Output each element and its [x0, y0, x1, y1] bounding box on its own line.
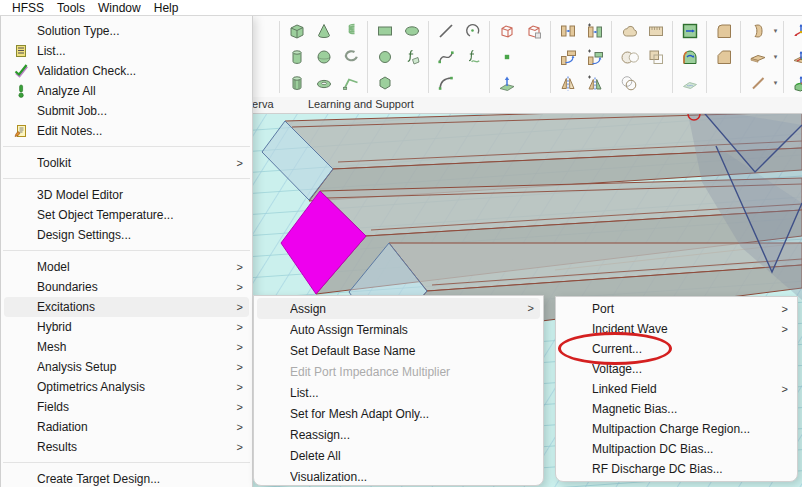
sweep-line-dropdown[interactable] — [771, 70, 780, 96]
split-button[interactable] — [642, 18, 669, 44]
duplicate-mirror-button[interactable] — [581, 70, 608, 96]
move-icon — [558, 21, 578, 41]
torus-button[interactable] — [310, 70, 337, 96]
imprint-button[interactable] — [615, 70, 642, 96]
rectangle-button[interactable] — [371, 18, 398, 44]
menu-item-edit-notes[interactable]: Edit Notes... — [4, 121, 249, 141]
arc-center-button[interactable] — [459, 18, 486, 44]
wrap-sheet-dropdown[interactable] — [771, 18, 780, 44]
menu-item-auto-assign-terminals[interactable]: Auto Assign Terminals — [257, 319, 540, 340]
box-button[interactable] — [283, 18, 310, 44]
sweep-line-button[interactable] — [744, 70, 771, 96]
sweep-path-button[interactable] — [676, 70, 703, 96]
fillet-button[interactable] — [710, 18, 737, 44]
menu-item-visualization[interactable]: Visualization... — [257, 466, 540, 487]
duplicate-along-line-button[interactable] — [581, 18, 608, 44]
menu-item-multipaction-dc-bias[interactable]: Multipaction DC Bias... — [559, 439, 794, 459]
ellipse-button[interactable] — [398, 18, 425, 44]
menu-hfss[interactable]: HFSS — [7, 1, 49, 15]
menu-item-set-default-base-name[interactable]: Set Default Base Name — [257, 340, 540, 361]
sphere-button[interactable] — [310, 44, 337, 70]
regular-polyhedron-button[interactable] — [283, 70, 310, 96]
intersect-button[interactable] — [642, 44, 669, 70]
menu-item-current[interactable]: Current... — [559, 339, 794, 359]
menu-item-3d-model-editor[interactable]: 3D Model Editor — [4, 185, 249, 205]
menu-item-delete-all[interactable]: Delete All — [257, 445, 540, 466]
menu-item-design-settings[interactable]: Design Settings... — [4, 225, 249, 245]
menu-item-analyze-all[interactable]: Analyze All — [4, 81, 249, 101]
bondwire-button[interactable] — [337, 70, 364, 96]
point-button[interactable] — [493, 44, 520, 70]
menu-item-boundaries[interactable]: Boundaries — [4, 277, 249, 297]
menu-item-fields[interactable]: Fields — [4, 397, 249, 417]
menu-tools[interactable]: Tools — [52, 1, 90, 15]
sweep-vector-button[interactable] — [676, 18, 703, 44]
menu-item-assign[interactable]: Assign — [257, 298, 540, 319]
duplicate-around-axis-button[interactable] — [581, 44, 608, 70]
equation-surface-button[interactable] — [398, 44, 425, 70]
face-cs-button[interactable] — [787, 44, 802, 70]
menu-item-rf-discharge-dc-bias[interactable]: RF Discharge DC Bias... — [559, 459, 794, 479]
ellipse-icon — [402, 21, 422, 41]
line-button[interactable] — [432, 18, 459, 44]
submenu-arrow-icon — [237, 282, 243, 293]
menu-item-model[interactable]: Model — [4, 257, 249, 277]
menu-item-validation-check[interactable]: Validation Check... — [4, 61, 249, 81]
subtract-button[interactable] — [615, 44, 642, 70]
menu-item-create-target-design[interactable]: Create Target Design... — [4, 469, 249, 487]
rotate-button[interactable] — [554, 44, 581, 70]
ribbon-tab-learning-and-support[interactable]: Learning and Support — [308, 97, 414, 112]
menu-item-mesh[interactable]: Mesh — [4, 337, 249, 357]
region-offset-button[interactable] — [520, 18, 547, 44]
plane-icon — [497, 73, 517, 93]
menu-item-reassign[interactable]: Reassign... — [257, 424, 540, 445]
wrap-sheet-button[interactable] — [744, 18, 771, 44]
cone-button[interactable] — [310, 18, 337, 44]
submenu-arrow-icon — [528, 303, 534, 314]
circle-button[interactable] — [371, 44, 398, 70]
menu-help[interactable]: Help — [149, 1, 184, 15]
menu-item-voltage[interactable]: Voltage... — [559, 359, 794, 379]
menu-item-multipaction-charge-region[interactable]: Multipaction Charge Region... — [559, 419, 794, 439]
move-button[interactable] — [554, 18, 581, 44]
menu-item-incident-wave[interactable]: Incident Wave — [559, 319, 794, 339]
cylinder-button[interactable] — [283, 44, 310, 70]
object-cs-button[interactable] — [787, 70, 802, 96]
unite-button[interactable] — [615, 18, 642, 44]
menu-item-port[interactable]: Port — [559, 299, 794, 319]
cylinder-icon — [287, 47, 307, 67]
helix-button[interactable] — [337, 18, 364, 44]
menu-item-analysis-setup[interactable]: Analysis Setup — [4, 357, 249, 377]
mirror-button[interactable] — [554, 70, 581, 96]
menu-item-hybrid[interactable]: Hybrid — [4, 317, 249, 337]
menu-item-excitations[interactable]: Excitations — [4, 297, 249, 317]
thicken-sheet-dropdown[interactable] — [771, 44, 780, 70]
equation-curve-button[interactable] — [459, 44, 486, 70]
spline-button[interactable] — [432, 44, 459, 70]
thicken-sheet-button[interactable] — [744, 44, 771, 70]
toolbar-group-draw-2d — [371, 18, 425, 96]
menu-item-results[interactable]: Results — [4, 437, 249, 457]
submenu-arrow-icon — [237, 442, 243, 453]
menu-item-magnetic-bias[interactable]: Magnetic Bias... — [559, 399, 794, 419]
menu-item-submit-job[interactable]: Submit Job... — [4, 101, 249, 121]
menu-item-solution-type[interactable]: Solution Type... — [4, 21, 249, 41]
menu-item-list-excitations[interactable]: List... — [257, 382, 540, 403]
menu-item-toolkit[interactable]: Toolkit — [4, 153, 249, 173]
menu-item-set-for-mesh-adapt-only[interactable]: Set for Mesh Adapt Only... — [257, 403, 540, 424]
menu-item-linked-field[interactable]: Linked Field — [559, 379, 794, 399]
spiral-button[interactable] — [337, 44, 364, 70]
create-cs-button[interactable] — [787, 18, 802, 44]
arc-3-point-button[interactable] — [432, 70, 459, 96]
menu-item-optimetrics-analysis[interactable]: Optimetrics Analysis — [4, 377, 249, 397]
region-box-button[interactable] — [493, 18, 520, 44]
menu-item-set-object-temperature[interactable]: Set Object Temperature... — [4, 205, 249, 225]
menu-item-radiation[interactable]: Radiation — [4, 417, 249, 437]
sweep-axis-button[interactable] — [676, 44, 703, 70]
chamfer-button[interactable] — [710, 44, 737, 70]
regular-polygon-button[interactable] — [371, 70, 398, 96]
menu-window[interactable]: Window — [93, 1, 146, 15]
plane-button[interactable] — [493, 70, 520, 96]
box-icon — [287, 21, 307, 41]
menu-item-list[interactable]: List... — [4, 41, 249, 61]
